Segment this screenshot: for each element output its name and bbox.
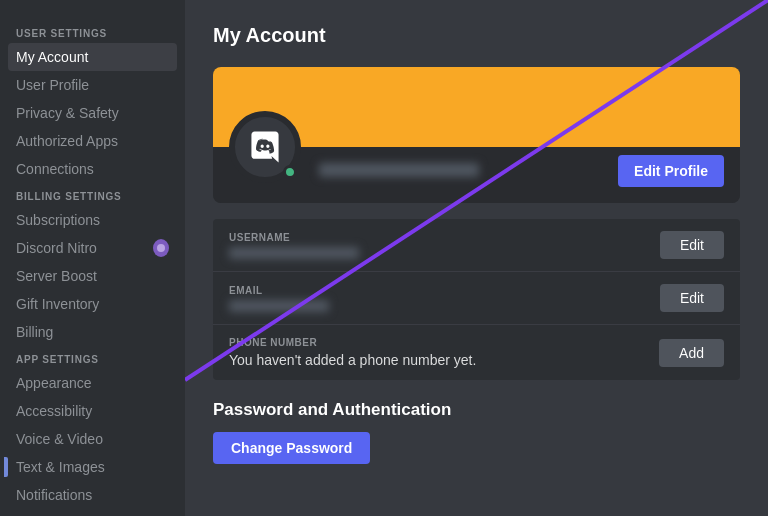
edit-username-button[interactable]: Edit [660,231,724,259]
sidebar-item-accessibility[interactable]: Accessibility [8,397,177,425]
sidebar-item-my-account[interactable]: My Account [8,43,177,71]
sidebar: USER SETTINGS My Account User Profile Pr… [0,0,185,516]
sidebar-item-label: User Profile [16,77,89,93]
email-value [229,300,329,312]
profile-banner-bottom: Edit Profile [213,147,740,203]
user-settings-label: USER SETTINGS [8,20,177,43]
main-content: My Account Edit Profile USERNA [185,0,768,516]
sidebar-item-connections[interactable]: Connections [8,155,177,183]
page-title: My Account [213,24,740,47]
sidebar-item-billing[interactable]: Billing [8,318,177,346]
phone-field: PHONE NUMBER You haven't added a phone n… [229,337,659,368]
active-arrow-icon [4,457,8,477]
sidebar-item-server-boost[interactable]: Server Boost [8,262,177,290]
profile-name-area [319,159,479,183]
email-field: EMAIL [229,285,660,312]
phone-label: PHONE NUMBER [229,337,659,348]
info-section: USERNAME Edit EMAIL Edit PHONE NUMBER Yo… [213,219,740,380]
username-blur [319,163,479,177]
phone-row: PHONE NUMBER You haven't added a phone n… [213,325,740,380]
sidebar-item-voice-video[interactable]: Voice & Video [8,425,177,453]
online-status-dot [283,165,297,179]
app-settings-label: APP SETTINGS [8,346,177,369]
sidebar-item-notifications[interactable]: Notifications [8,481,177,509]
sidebar-item-gift-inventory[interactable]: Gift Inventory [8,290,177,318]
sidebar-item-label: Discord Nitro [16,240,97,256]
username-row: USERNAME Edit [213,219,740,272]
billing-settings-label: BILLING SETTINGS [8,183,177,206]
sidebar-item-label: Billing [16,324,53,340]
username-label: USERNAME [229,232,660,243]
edit-profile-button[interactable]: Edit Profile [618,155,724,187]
email-label: EMAIL [229,285,660,296]
change-password-button[interactable]: Change Password [213,432,370,464]
discord-logo-icon [246,128,284,166]
sidebar-item-label: Voice & Video [16,431,103,447]
email-row: EMAIL Edit [213,272,740,325]
sidebar-item-subscriptions[interactable]: Subscriptions [8,206,177,234]
sidebar-item-label: Text & Images [16,459,105,475]
sidebar-item-label: Subscriptions [16,212,100,228]
sidebar-item-authorized-apps[interactable]: Authorized Apps [8,127,177,155]
password-section-title: Password and Authentication [213,400,740,420]
profile-card: Edit Profile [213,67,740,203]
nitro-icon [153,240,169,256]
sidebar-item-label: My Account [16,49,88,65]
sidebar-item-user-profile[interactable]: User Profile [8,71,177,99]
edit-email-button[interactable]: Edit [660,284,724,312]
sidebar-item-label: Accessibility [16,403,92,419]
sidebar-item-label: Privacy & Safety [16,105,119,121]
avatar-wrapper [229,111,301,183]
add-phone-button[interactable]: Add [659,339,724,367]
sidebar-item-label: Notifications [16,487,92,503]
username-field: USERNAME [229,232,660,259]
sidebar-item-appearance[interactable]: Appearance [8,369,177,397]
sidebar-item-privacy-safety[interactable]: Privacy & Safety [8,99,177,127]
sidebar-item-label: Server Boost [16,268,97,284]
sidebar-item-discord-nitro[interactable]: Discord Nitro [8,234,177,262]
sidebar-item-label: Connections [16,161,94,177]
sidebar-item-text-images[interactable]: Text & Images [8,453,177,481]
username-value [229,247,359,259]
phone-placeholder-text: You haven't added a phone number yet. [229,352,659,368]
sidebar-item-label: Gift Inventory [16,296,99,312]
sidebar-item-label: Appearance [16,375,92,391]
sidebar-item-label: Authorized Apps [16,133,118,149]
